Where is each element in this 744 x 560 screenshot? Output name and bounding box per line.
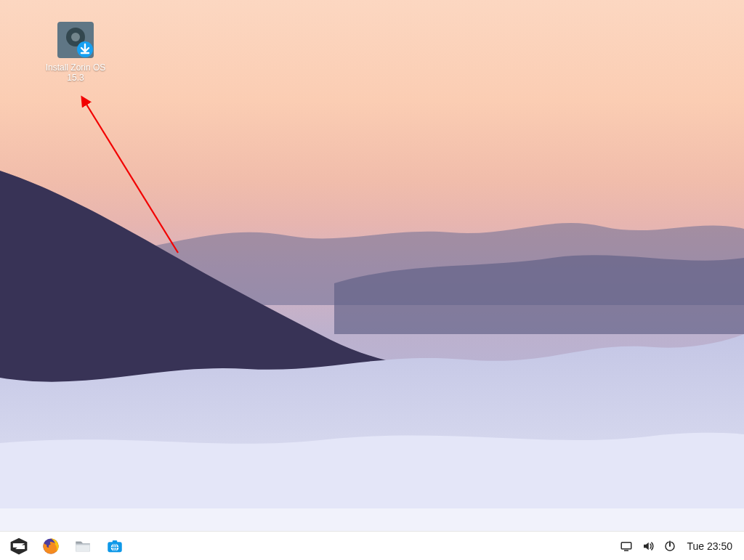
display-icon (620, 540, 633, 553)
installer-label: Install Zorin OS 15.3 (45, 62, 106, 83)
display-tray[interactable] (615, 532, 637, 561)
svg-rect-9 (76, 543, 90, 545)
software-icon (105, 537, 124, 556)
zorin-menu-button[interactable] (3, 532, 35, 561)
svg-rect-11 (113, 540, 118, 543)
taskbar: Tue 23:50 (0, 531, 744, 560)
volume-icon (642, 540, 655, 553)
installer-icon (57, 22, 94, 58)
desktop: Install Zorin OS 15.3 (0, 0, 744, 560)
power-tray[interactable] (659, 532, 681, 561)
power-icon (663, 540, 676, 553)
wallpaper (0, 0, 744, 560)
volume-tray[interactable] (637, 532, 659, 561)
svg-rect-16 (622, 542, 632, 548)
installer-desktop-icon[interactable]: Install Zorin OS 15.3 (45, 22, 106, 83)
zorin-menu-icon (9, 537, 28, 556)
firefox-launcher[interactable] (35, 532, 67, 561)
files-icon (73, 537, 92, 556)
svg-point-4 (71, 33, 80, 41)
svg-rect-1 (0, 508, 744, 531)
files-launcher[interactable] (67, 532, 99, 561)
clock[interactable]: Tue 23:50 (681, 540, 740, 552)
software-launcher[interactable] (99, 532, 131, 561)
firefox-icon (41, 537, 60, 556)
